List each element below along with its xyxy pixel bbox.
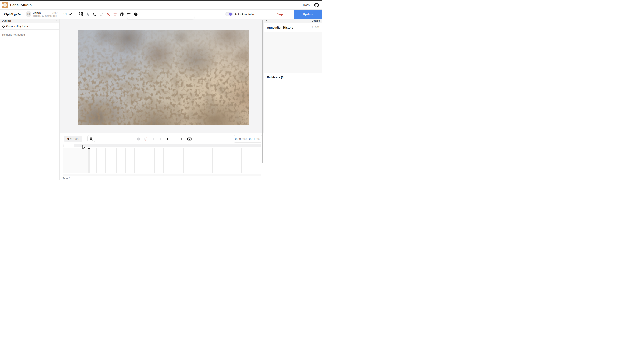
video-frame[interactable] xyxy=(78,29,249,125)
collapse-left-icon[interactable] xyxy=(56,20,57,22)
tag-icon xyxy=(2,24,5,28)
annotation-status: created, 19 minutes ago xyxy=(33,14,58,17)
grid-view-icon[interactable] xyxy=(78,12,83,16)
chevron-down-icon[interactable] xyxy=(68,12,72,16)
frame-counter[interactable]: 0 of 1008 xyxy=(64,136,82,142)
settings-icon[interactable] xyxy=(126,12,131,16)
duration-time: 00:42:00 xyxy=(248,135,262,142)
auto-annotation-label: Auto-Annotation xyxy=(234,12,256,16)
expand-right-icon[interactable] xyxy=(266,20,267,22)
timeline-label-column xyxy=(64,148,88,173)
duplicate-icon[interactable] xyxy=(120,12,124,16)
task-label: Task # xyxy=(62,177,70,180)
github-icon[interactable] xyxy=(314,3,319,7)
update-button[interactable]: Update xyxy=(294,9,322,18)
frame-prev-icon[interactable] xyxy=(158,137,162,141)
keypoint-next-icon[interactable] xyxy=(180,137,184,141)
keypoint-add-icon[interactable] xyxy=(136,137,140,141)
grouping-label: Grouped by Label xyxy=(6,24,30,28)
auto-annotation-toggle[interactable] xyxy=(226,12,232,16)
annotation-id: #1001 xyxy=(52,11,58,14)
outliner-title: Outliner xyxy=(2,19,11,22)
timeline-frame-grid[interactable] xyxy=(90,148,260,173)
video-speckle-layer xyxy=(78,29,249,125)
zoom-in-button[interactable] xyxy=(88,135,95,142)
label-studio-logo-icon xyxy=(2,2,8,8)
docs-link[interactable]: Docs xyxy=(303,3,310,7)
timeline-frames-icon[interactable] xyxy=(187,137,192,141)
delete-icon[interactable] xyxy=(113,12,118,16)
label-studio-app: Label Studio Docs #9pb8Lgs2iv AD Admin #… xyxy=(0,0,322,180)
toggle-knob xyxy=(229,13,232,16)
play-icon[interactable] xyxy=(165,137,170,141)
avatar: AD xyxy=(26,11,31,17)
undo-icon[interactable] xyxy=(92,12,97,16)
app-title: Label Studio xyxy=(10,3,32,7)
main-area: 0 of 1008 xyxy=(60,19,264,180)
details-panel: Details Annotation History #1001 Relatio… xyxy=(264,19,322,180)
annotation-history-id: #1001 xyxy=(312,26,320,29)
reset-icon[interactable] xyxy=(106,12,110,16)
seek-bar[interactable] xyxy=(64,144,261,147)
frame-next-icon[interactable] xyxy=(172,137,177,141)
redo-icon[interactable] xyxy=(99,12,104,16)
regions-empty-message: Regions not added xyxy=(0,29,60,36)
timeline-playhead-column[interactable] xyxy=(88,148,90,173)
magnifier-plus-icon xyxy=(89,137,93,141)
timeline-footer-strip xyxy=(64,174,261,176)
skip-button[interactable]: Skip xyxy=(265,9,294,18)
info-icon[interactable] xyxy=(134,12,138,16)
annotator-block: AD Admin #1001 created, 19 minutes ago xyxy=(23,9,61,18)
task-footer: Task # xyxy=(60,176,264,180)
ground-truth-star-icon[interactable] xyxy=(85,12,90,16)
time-displays: 00:00:00 00:42:00 xyxy=(234,135,262,142)
playback-controls xyxy=(136,135,192,143)
frame-total: 1008 xyxy=(73,137,79,140)
annotation-canvas xyxy=(60,19,264,133)
annotation-history-body xyxy=(264,32,322,73)
details-title: Details xyxy=(312,19,320,22)
video-controls: 0 of 1008 xyxy=(60,135,264,143)
seek-viewport-handle[interactable] xyxy=(64,144,74,148)
relations-title: Relations (0) xyxy=(267,76,284,79)
outliner-panel: Outliner Grouped by Label Regions not ad… xyxy=(0,19,60,180)
position-time: 00:00:00 xyxy=(234,135,248,142)
group-by-label-control[interactable]: Grouped by Label xyxy=(0,23,60,29)
task-id: #9pb8Lgs2iv xyxy=(0,9,22,18)
annotation-pager: 1/1 xyxy=(64,13,67,16)
timeline-playhead-tick xyxy=(88,148,90,149)
app-header: Label Studio Docs xyxy=(0,1,322,9)
frame-separator: of xyxy=(70,137,72,140)
annotator-name: Admin xyxy=(33,11,41,14)
keypoint-prev-icon[interactable] xyxy=(150,137,155,141)
annotation-history-title: Annotation History xyxy=(267,26,293,29)
keypoint-interpolation-icon[interactable] xyxy=(143,137,148,141)
frames-timeline[interactable] xyxy=(64,148,261,173)
floating-toolbar-remnant xyxy=(127,16,194,19)
frame-current: 0 xyxy=(67,137,69,140)
